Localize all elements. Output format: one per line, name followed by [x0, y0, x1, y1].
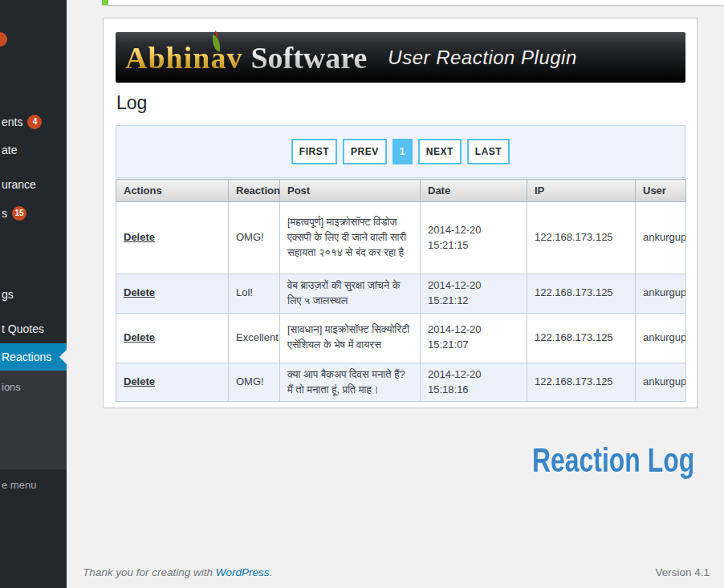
delete-link[interactable]: Delete	[124, 375, 155, 387]
post-cell: [सावधान] माइक्रोसॉफ्ट सिक्योरिटी एसेंशिय…	[280, 313, 421, 363]
brand-name-secondary: Software	[250, 40, 367, 75]
table-row: Delete Excellent [सावधान] माइक्रोसॉफ्ट स…	[116, 313, 686, 363]
column-header-date: Date	[421, 180, 527, 202]
table-row: Delete Lol! वेब ब्राउज़रों की सुरक्षा जा…	[116, 274, 686, 314]
plugin-tagline: User Reaction Plugin	[388, 47, 576, 69]
table-row: Delete OMG! [महत्वपूर्ण] माइक्रोसॉफ्ट वि…	[116, 202, 686, 274]
footer-version: Version 4.1	[655, 566, 710, 578]
sidebar-item-label: ents	[2, 116, 22, 128]
reaction-log-table: Actions Reaction Post Date IP User Delet…	[116, 179, 686, 402]
sidebar-item-label: ions	[2, 381, 21, 393]
page-title: Log	[116, 92, 147, 114]
next-page-button[interactable]: NEXT	[418, 139, 462, 164]
ip-cell: 122.168.173.125	[527, 313, 636, 363]
footer-thanks: Thank you for creating with WordPress.	[83, 566, 272, 578]
sidebar-item-label: t Quotes	[2, 322, 44, 335]
delete-link[interactable]: Delete	[124, 231, 155, 243]
sidebar-item-label: urance	[2, 178, 36, 191]
table-row: Delete OMG! क्या आप बैकअप दिवस मनाते हैं…	[116, 363, 686, 402]
sidebar-item-collapse-menu[interactable]: e menu	[0, 472, 67, 499]
sidebar-item-plugins[interactable]: s15	[0, 200, 67, 227]
sidebar-item-ate[interactable]: ate	[0, 136, 67, 164]
notification-badge	[0, 32, 7, 47]
reaction-cell: OMG!	[229, 363, 280, 402]
footer-thanks-text: Thank you for creating with	[83, 566, 213, 578]
date-cell: 2014-12-20 15:21:15	[421, 202, 527, 274]
column-header-actions: Actions	[116, 180, 229, 202]
sidebar-item-urance[interactable]: urance	[0, 171, 67, 198]
sidebar-item-label: gs	[2, 288, 14, 301]
table-header-row: Actions Reaction Post Date IP User	[116, 180, 686, 202]
prev-page-button[interactable]: PREV	[343, 139, 387, 164]
column-header-user: User	[636, 180, 686, 202]
delete-link[interactable]: Delete	[124, 286, 155, 298]
user-cell: ankurgupta	[636, 363, 686, 402]
ip-cell: 122.168.173.125	[527, 274, 636, 314]
date-cell: 2014-12-20 15:21:12	[421, 274, 527, 314]
date-cell: 2014-12-20 15:21:07	[421, 313, 527, 363]
admin-sidebar: ents4 ate urance s15 gs t Quotes Reactio…	[0, 0, 67, 588]
sidebar-subitem-reactions[interactable]: ions	[0, 374, 67, 401]
sidebar-item-comments[interactable]: ents4	[0, 108, 67, 136]
sidebar-item-settings[interactable]: gs	[0, 281, 67, 308]
comments-count-badge: 4	[27, 115, 42, 129]
current-page-button[interactable]: 1	[393, 139, 413, 164]
active-item-arrow	[59, 350, 67, 364]
last-page-button[interactable]: LAST	[467, 139, 510, 164]
leaf-tip-icon	[215, 30, 218, 38]
reaction-cell: OMG!	[229, 202, 280, 274]
sidebar-item-label: Reactions	[2, 351, 51, 363]
reaction-cell: Excellent	[229, 313, 280, 363]
delete-link[interactable]: Delete	[124, 331, 155, 343]
plugin-banner: Abhinav Software User Reaction Plugin	[116, 32, 685, 83]
sidebar-item-reactions[interactable]: Reactions	[0, 343, 67, 371]
plugin-panel: Abhinav Software User Reaction Plugin Lo…	[103, 18, 698, 408]
post-cell: [महत्वपूर्ण] माइक्रोसॉफ्ट विंडोज एक्सपी …	[280, 202, 421, 274]
pagination-bar: FIRST PREV 1 NEXT LAST	[116, 125, 685, 178]
column-header-reaction: Reaction	[229, 180, 280, 202]
user-cell: ankurgupta	[636, 202, 686, 274]
admin-notice	[102, 0, 724, 5]
sidebar-item-label: e menu	[2, 479, 36, 491]
brand-name-primary: Abhinav	[125, 40, 242, 75]
user-cell: ankurgupta	[636, 313, 686, 363]
user-cell: ankurgupta	[636, 274, 686, 314]
column-header-ip: IP	[527, 180, 636, 202]
first-page-button[interactable]: FIRST	[291, 139, 337, 164]
column-header-post: Post	[280, 180, 421, 202]
post-cell: वेब ब्राउज़रों की सुरक्षा जांचने के लिए …	[280, 274, 421, 314]
footer-period: .	[270, 566, 273, 578]
reaction-cell: Lol!	[229, 274, 280, 314]
sidebar-item-label: s	[2, 207, 7, 220]
sidebar-item-quotes[interactable]: t Quotes	[0, 315, 67, 343]
date-cell: 2014-12-20 15:18:16	[421, 363, 527, 402]
plugins-count-badge: 15	[12, 206, 26, 221]
wordpress-link[interactable]: WordPress	[216, 566, 270, 578]
reaction-log-watermark: Reaction Log	[532, 441, 694, 480]
post-cell: क्या आप बैकअप दिवस मनाते हैं? मैं तो मना…	[280, 363, 421, 402]
ip-cell: 122.168.173.125	[527, 202, 636, 274]
ip-cell: 122.168.173.125	[527, 363, 636, 402]
sidebar-item-label: ate	[2, 144, 17, 156]
